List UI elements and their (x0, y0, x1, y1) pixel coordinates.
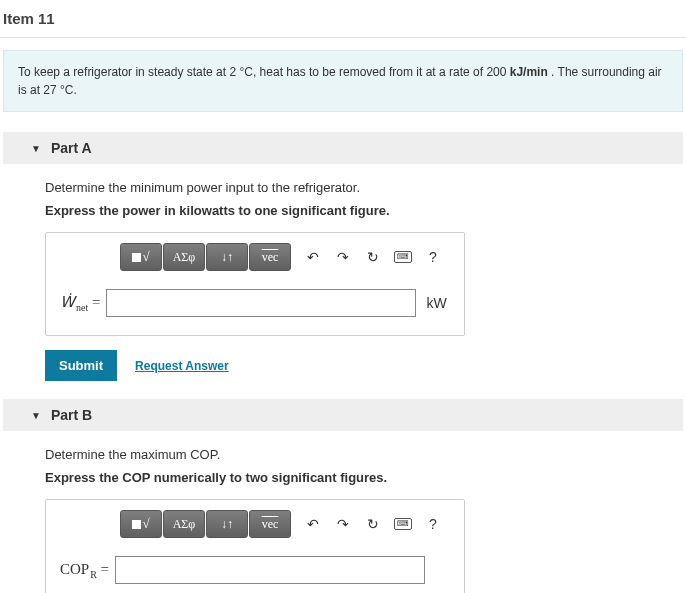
part-a-body: Determine the minimum power input to the… (3, 164, 683, 399)
part-b-instruction: Express the COP numerically to two signi… (45, 470, 673, 485)
vector-button[interactable]: vec (249, 510, 291, 538)
greek-letters-button[interactable]: ΑΣφ (163, 510, 205, 538)
equation-toolbar: √ ΑΣφ ↓↑ vec ↶ ↷ ↻ ⌨ ? (120, 510, 450, 538)
caret-down-icon: ▼ (31, 143, 41, 154)
template-picker-button[interactable]: √ (120, 243, 162, 271)
part-a-answer-input[interactable] (106, 289, 416, 317)
part-a-unit: kW (426, 295, 446, 311)
part-b-answer-input[interactable] (115, 556, 425, 584)
keyboard-icon[interactable]: ⌨ (393, 245, 413, 269)
undo-icon[interactable]: ↶ (303, 512, 323, 536)
equation-toolbar: √ ΑΣφ ↓↑ vec ↶ ↷ ↻ ⌨ ? (120, 243, 450, 271)
part-a-instruction: Express the power in kilowatts to one si… (45, 203, 673, 218)
reset-icon[interactable]: ↻ (363, 512, 383, 536)
part-a-question: Determine the minimum power input to the… (45, 180, 673, 195)
part-b-question: Determine the maximum COP. (45, 447, 673, 462)
part-a-header[interactable]: ▼ Part A (3, 132, 683, 164)
redo-icon[interactable]: ↷ (333, 245, 353, 269)
answer-box-a: √ ΑΣφ ↓↑ vec ↶ ↷ ↻ ⌨ ? Ẇnet = kW (45, 232, 465, 336)
keyboard-icon[interactable]: ⌨ (393, 512, 413, 536)
part-b-body: Determine the maximum COP. Express the C… (3, 431, 683, 593)
part-a-lhs: Ẇnet = (60, 293, 100, 313)
problem-text: To keep a refrigerator in steady state a… (18, 65, 239, 79)
part-a-label: Part A (51, 140, 92, 156)
template-picker-button[interactable]: √ (120, 510, 162, 538)
request-answer-link[interactable]: Request Answer (135, 359, 229, 373)
caret-down-icon: ▼ (31, 410, 41, 421)
redo-icon[interactable]: ↷ (333, 512, 353, 536)
reset-icon[interactable]: ↻ (363, 245, 383, 269)
answer-box-b: √ ΑΣφ ↓↑ vec ↶ ↷ ↻ ⌨ ? COPR = (45, 499, 465, 593)
greek-letters-button[interactable]: ΑΣφ (163, 243, 205, 271)
help-icon[interactable]: ? (423, 512, 443, 536)
vector-button[interactable]: vec (249, 243, 291, 271)
help-icon[interactable]: ? (423, 245, 443, 269)
part-b-header[interactable]: ▼ Part B (3, 399, 683, 431)
undo-icon[interactable]: ↶ (303, 245, 323, 269)
part-b-lhs: COPR = (60, 561, 109, 580)
item-title: Item 11 (0, 10, 55, 27)
sub-sup-button[interactable]: ↓↑ (206, 243, 248, 271)
part-b-label: Part B (51, 407, 92, 423)
problem-statement: To keep a refrigerator in steady state a… (3, 50, 683, 112)
submit-button[interactable]: Submit (45, 350, 117, 381)
sub-sup-button[interactable]: ↓↑ (206, 510, 248, 538)
